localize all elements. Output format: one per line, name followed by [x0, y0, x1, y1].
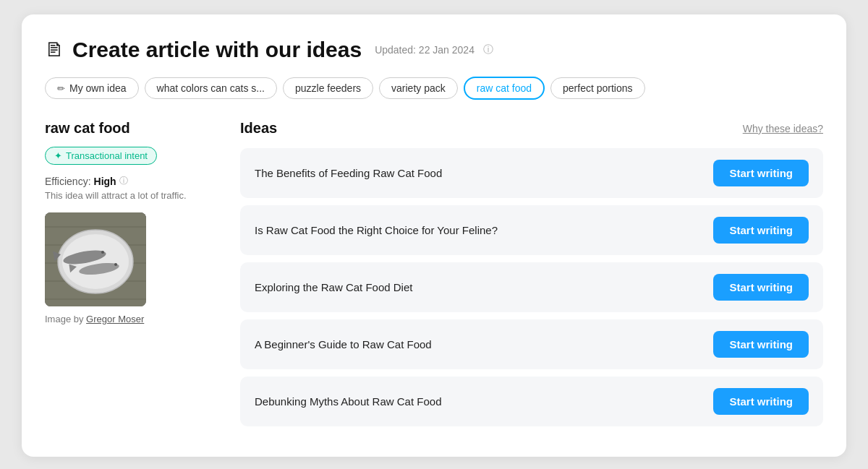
- fish-illustration: [45, 212, 146, 306]
- tab-colors[interactable]: what colors can cats s...: [145, 77, 277, 99]
- keyword-image: [45, 212, 146, 306]
- idea-text-3: Exploring the Raw Cat Food Diet: [255, 281, 702, 293]
- tab-puzzle[interactable]: puzzle feeders: [283, 77, 373, 99]
- tabs-row: ✏ My own idea what colors can cats s... …: [45, 77, 823, 100]
- idea-text-5: Debunking Myths About Raw Cat Food: [255, 395, 702, 408]
- header-info-icon[interactable]: ⓘ: [483, 43, 493, 56]
- image-credit: Image by Gregor Moser: [45, 314, 211, 324]
- main-content: raw cat food ✦ Transactional intent Effi…: [45, 120, 823, 434]
- start-writing-btn-5[interactable]: Start writing: [713, 388, 809, 415]
- tab-perfect-label: perfect portions: [563, 82, 633, 94]
- idea-row: Exploring the Raw Cat Food Diet Start wr…: [240, 262, 823, 312]
- spark-icon: ✦: [54, 150, 62, 161]
- svg-point-14: [114, 263, 117, 266]
- efficiency-value: High: [94, 176, 116, 187]
- keyword-title: raw cat food: [45, 120, 211, 137]
- start-writing-btn-1[interactable]: Start writing: [713, 160, 809, 186]
- tab-my-own[interactable]: ✏ My own idea: [45, 77, 139, 99]
- idea-row: The Benefits of Feeding Raw Cat Food Sta…: [240, 148, 823, 198]
- tab-variety-label: variety pack: [391, 82, 446, 94]
- svg-point-11: [101, 251, 104, 254]
- tab-my-own-label: My own idea: [69, 82, 127, 94]
- start-writing-btn-4[interactable]: Start writing: [713, 331, 809, 358]
- image-credit-link[interactable]: Gregor Moser: [86, 314, 144, 324]
- tab-variety[interactable]: variety pack: [379, 77, 458, 99]
- page-title: Create article with our ideas: [72, 38, 362, 62]
- intent-badge: ✦ Transactional intent: [45, 147, 157, 165]
- pencil-icon: ✏: [57, 83, 65, 94]
- why-link[interactable]: Why these ideas?: [743, 123, 823, 134]
- tab-raw-label: raw cat food: [477, 82, 532, 94]
- start-writing-btn-3[interactable]: Start writing: [713, 274, 809, 301]
- efficiency-row: Efficiency: High ⓘ: [45, 175, 211, 187]
- left-panel: raw cat food ✦ Transactional intent Effi…: [45, 120, 211, 434]
- tab-perfect[interactable]: perfect portions: [550, 77, 645, 99]
- ideas-header: Ideas Why these ideas?: [240, 120, 823, 137]
- traffic-text: This idea will attract a lot of traffic.: [45, 190, 211, 201]
- updated-text: Updated: 22 Jan 2024: [375, 44, 475, 56]
- efficiency-label: Efficiency:: [45, 176, 91, 187]
- tab-colors-label: what colors can cats s...: [157, 82, 265, 94]
- tab-raw[interactable]: raw cat food: [464, 77, 545, 100]
- efficiency-info-icon[interactable]: ⓘ: [119, 175, 128, 187]
- start-writing-btn-2[interactable]: Start writing: [713, 217, 809, 244]
- idea-row: Is Raw Cat Food the Right Choice for You…: [240, 205, 823, 255]
- image-inner: [45, 212, 146, 306]
- idea-row: Debunking Myths About Raw Cat Food Start…: [240, 377, 823, 426]
- image-credit-prefix: Image by: [45, 314, 86, 324]
- main-card: 🖹 Create article with our ideas Updated:…: [22, 14, 846, 457]
- tab-puzzle-label: puzzle feeders: [295, 82, 361, 94]
- idea-text-1: The Benefits of Feeding Raw Cat Food: [255, 167, 702, 179]
- idea-row: A Beginner's Guide to Raw Cat Food Start…: [240, 319, 823, 369]
- article-icon: 🖹: [45, 39, 64, 61]
- ideas-title: Ideas: [240, 120, 277, 137]
- idea-text-2: Is Raw Cat Food the Right Choice for You…: [255, 224, 702, 236]
- idea-text-4: A Beginner's Guide to Raw Cat Food: [255, 338, 702, 350]
- right-panel: Ideas Why these ideas? The Benefits of F…: [240, 120, 823, 434]
- page-header: 🖹 Create article with our ideas Updated:…: [45, 38, 823, 62]
- intent-label: Transactional intent: [66, 150, 148, 161]
